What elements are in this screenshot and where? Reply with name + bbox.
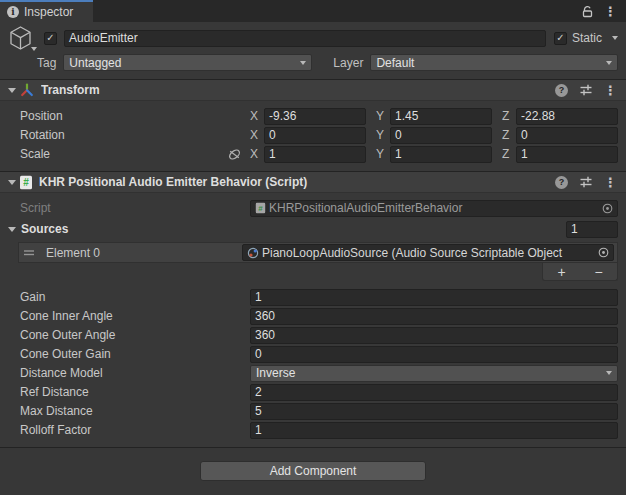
static-checkbox[interactable]: ✓ [554, 32, 567, 45]
rotation-y-input[interactable]: 0 [390, 127, 492, 144]
cone-outer-angle-input[interactable]: 360 [250, 327, 618, 344]
gain-input[interactable]: 1 [250, 289, 618, 306]
object-picker-icon[interactable] [598, 247, 609, 258]
object-picker-icon[interactable] [602, 203, 613, 214]
element-0-label: Element 0 [46, 246, 242, 260]
layer-value: Default [376, 56, 414, 70]
help-icon[interactable]: ? [555, 84, 568, 97]
gameobject-cube-icon[interactable] [8, 25, 38, 51]
ref-distance-input[interactable]: 2 [250, 384, 618, 401]
script-icon: # [19, 175, 33, 190]
transform-body: Position X-9.36 Y1.45 Z-22.88 Rotation X… [0, 101, 626, 171]
cone-inner-angle-label[interactable]: Cone Inner Angle [0, 309, 250, 323]
position-y-input[interactable]: 1.45 [390, 108, 492, 125]
rolloff-factor-label[interactable]: Rolloff Factor [0, 423, 250, 437]
axis-y-label[interactable]: Y [376, 109, 390, 123]
axis-x-label[interactable]: X [250, 128, 264, 142]
khr-foldout-icon[interactable] [8, 180, 16, 185]
svg-text:#: # [23, 177, 29, 188]
rotation-x-input[interactable]: 0 [264, 127, 366, 144]
cone-outer-angle-label[interactable]: Cone Outer Angle [0, 328, 250, 342]
axis-z-label[interactable]: Z [502, 147, 516, 161]
tag-dropdown-arrow [300, 61, 306, 65]
sources-size-input[interactable]: 1 [566, 221, 618, 238]
axis-x-label[interactable]: X [250, 147, 264, 161]
transform-foldout-icon[interactable] [8, 88, 16, 93]
window-menu-icon[interactable]: ⋮ [604, 5, 617, 18]
position-row: Position X-9.36 Y1.45 Z-22.88 [0, 107, 618, 125]
khr-component-title: KHR Positional Audio Emitter Behavior (S… [39, 175, 544, 189]
position-x-input[interactable]: -9.36 [264, 108, 366, 125]
distance-model-label[interactable]: Distance Model [0, 366, 250, 380]
cone-inner-angle-row: Cone Inner Angle 360 [0, 307, 618, 325]
rotation-row: Rotation X0 Y0 Z0 [0, 126, 618, 144]
presets-icon[interactable] [579, 175, 593, 189]
gain-label[interactable]: Gain [0, 290, 250, 304]
scale-z-input[interactable]: 1 [516, 146, 618, 163]
transform-header[interactable]: Transform ? ⋮ [0, 79, 626, 101]
distance-model-value: Inverse [256, 366, 295, 380]
max-distance-input[interactable]: 5 [250, 403, 618, 420]
cone-outer-angle-row: Cone Outer Angle 360 [0, 326, 618, 344]
axis-z-label[interactable]: Z [502, 109, 516, 123]
constrain-proportions-icon[interactable] [227, 148, 242, 161]
cone-inner-angle-input[interactable]: 360 [250, 308, 618, 325]
scale-y-input[interactable]: 1 [390, 146, 492, 163]
layer-dropdown-arrow [606, 61, 612, 65]
static-dropdown-arrow[interactable] [612, 36, 618, 40]
max-distance-label[interactable]: Max Distance [0, 404, 250, 418]
tab-inspector[interactable]: i Inspector [0, 0, 93, 22]
axis-z-label[interactable]: Z [502, 128, 516, 142]
tab-bar: i Inspector ⋮ [0, 0, 626, 22]
cone-outer-gain-label[interactable]: Cone Outer Gain [0, 347, 250, 361]
rolloff-factor-input[interactable]: 1 [250, 422, 618, 439]
presets-icon[interactable] [579, 83, 593, 97]
info-icon: i [7, 6, 19, 18]
svg-text:#: # [258, 204, 263, 213]
transform-icon [19, 82, 35, 98]
rotation-z-input[interactable]: 0 [516, 127, 618, 144]
ref-distance-label[interactable]: Ref Distance [0, 385, 250, 399]
axis-y-label[interactable]: Y [376, 147, 390, 161]
tag-label: Tag [37, 56, 56, 70]
axis-y-label[interactable]: Y [376, 128, 390, 142]
position-z-input[interactable]: -22.88 [516, 108, 618, 125]
scale-label[interactable]: Scale [0, 147, 250, 161]
cone-outer-gain-input[interactable]: 0 [250, 346, 618, 363]
static-label: Static [572, 31, 602, 45]
sources-label[interactable]: Sources [21, 222, 68, 236]
khr-menu-icon[interactable]: ⋮ [604, 176, 617, 189]
rotation-label[interactable]: Rotation [0, 128, 250, 142]
sources-foldout-icon[interactable] [8, 227, 16, 232]
element-0-object-field[interactable]: PianoLoopAudioSource (Audio Source Scrip… [242, 244, 614, 261]
position-label[interactable]: Position [0, 109, 250, 123]
scale-x-input[interactable]: 1 [264, 146, 366, 163]
remove-element-button[interactable]: − [584, 265, 614, 279]
inspector-footer: Add Component [0, 447, 626, 495]
scale-row: Scale X1 Y1 Z1 [0, 145, 618, 163]
tab-title: Inspector [24, 5, 73, 19]
gain-row: Gain 1 [0, 288, 618, 306]
sources-row: Sources 1 [0, 220, 618, 238]
active-checkbox[interactable]: ✓ [44, 32, 57, 45]
layer-dropdown[interactable]: Default [370, 54, 618, 71]
distance-model-dropdown-arrow [606, 371, 612, 375]
element-0-row[interactable]: Element 0 PianoLoopAudioSource (Audio So… [18, 242, 618, 263]
add-component-button[interactable]: Add Component [200, 461, 426, 481]
unlock-icon[interactable] [582, 5, 593, 18]
transform-menu-icon[interactable]: ⋮ [604, 84, 617, 97]
help-icon[interactable]: ? [555, 176, 568, 189]
khr-component-header[interactable]: # KHR Positional Audio Emitter Behavior … [0, 171, 626, 193]
distance-model-dropdown[interactable]: Inverse [250, 365, 618, 382]
tag-dropdown[interactable]: Untagged [63, 54, 312, 71]
inspector-window: i Inspector ⋮ ✓ [0, 0, 626, 495]
list-footer: + − [18, 263, 618, 281]
script-row: Script # KHRPositionalAudioEmitterBehavi… [0, 199, 618, 217]
axis-x-label[interactable]: X [250, 109, 264, 123]
gameobject-icon-dropdown-arrow [31, 47, 37, 51]
drag-handle-icon[interactable] [24, 248, 34, 257]
element-0-value: PianoLoopAudioSource (Audio Source Scrip… [262, 246, 591, 260]
name-input[interactable]: AudioEmitter [64, 30, 546, 47]
rolloff-factor-row: Rolloff Factor 1 [0, 421, 618, 439]
add-element-button[interactable]: + [547, 265, 577, 279]
